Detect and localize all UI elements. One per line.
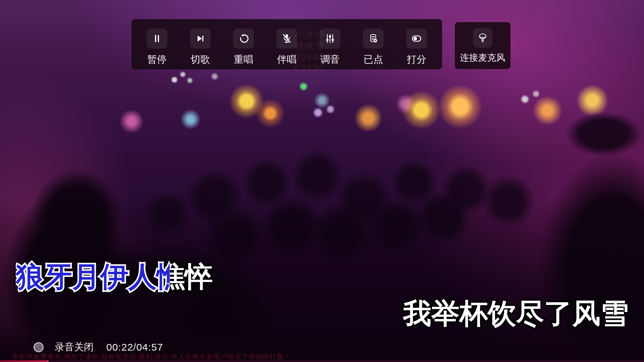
pause-icon	[147, 28, 167, 49]
pause-button[interactable]: 暂停	[144, 28, 170, 66]
score-toggle-icon	[406, 28, 427, 49]
lyric-next-text: 我举杯饮尽了风雪	[403, 297, 629, 330]
connect-microphone-label: 连接麦克风	[460, 52, 505, 64]
restart-icon	[233, 28, 254, 49]
restart-song-button[interactable]: 重唱	[231, 28, 256, 66]
skip-song-label: 切歌	[191, 53, 210, 66]
lyric-line-next: 我举杯饮尽了风雪 我举杯饮尽了风雪	[403, 297, 629, 330]
tuning-label: 调音	[320, 53, 340, 66]
queued-songs-button[interactable]: 已点	[361, 28, 386, 66]
lyric-sung-text: 狼牙月伊人憔悴	[16, 260, 170, 293]
skip-next-icon	[190, 28, 211, 49]
record-status-icon	[34, 342, 44, 352]
microphone-icon	[473, 28, 492, 48]
tuning-button[interactable]: 调音	[317, 28, 343, 66]
sliders-icon	[320, 28, 340, 49]
pause-label: 暂停	[147, 53, 167, 66]
mic-muted-icon	[276, 28, 297, 49]
skip-song-button[interactable]: 切歌	[187, 28, 213, 66]
lyric-sung-overlay: 狼牙月伊人憔悴 狼牙月伊人憔悴	[16, 260, 170, 293]
record-status-label: 录音关闭	[55, 341, 94, 354]
karaoke-player-screen: 小涛戶 翅咪受 00348 13 65330 暂停 切歌	[0, 0, 644, 362]
disclaimer-text: 本软件免费发布,增加了通知,如有视原创,盈利,提示:本人必将在多用户情况下啪啪啪…	[12, 352, 291, 361]
vocal-accompany-label: 伴唱	[277, 53, 297, 66]
progress-fill	[0, 360, 48, 362]
playback-time: 00:22/04:57	[106, 342, 163, 353]
vocal-accompany-button[interactable]: 伴唱	[274, 28, 300, 66]
playback-toolbar: 暂停 切歌 重唱	[131, 19, 442, 69]
restart-song-label: 重唱	[234, 53, 253, 66]
song-progress-bar[interactable]	[0, 360, 644, 362]
playlist-check-icon	[363, 28, 384, 49]
lyric-line-current: 狼牙月伊人憔悴 狼牙月伊人憔悴 狼牙月伊人憔悴 狼牙月伊人憔悴	[16, 260, 213, 293]
queued-songs-label: 已点	[364, 53, 383, 66]
scoring-label: 打分	[407, 53, 426, 66]
scoring-button[interactable]: 打分	[404, 28, 429, 66]
status-row: 录音关闭 00:22/04:57	[34, 341, 163, 354]
connect-microphone-button[interactable]: 连接麦克风	[455, 22, 511, 69]
